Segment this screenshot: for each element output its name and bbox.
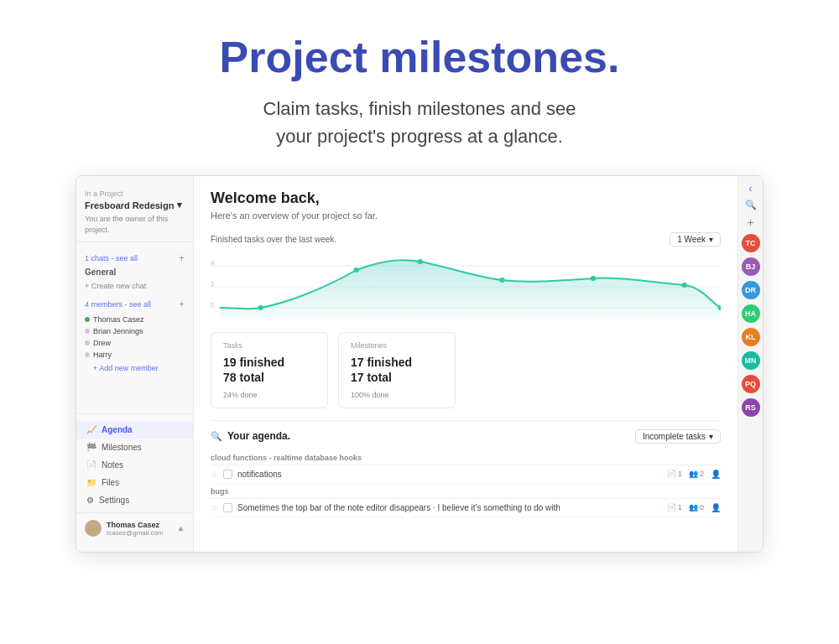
task-members-count: 👥 2: [689, 470, 704, 478]
avatar[interactable]: TC: [742, 234, 760, 252]
nav-item-notes[interactable]: 📄 Notes: [76, 456, 193, 474]
person-icon: 👤: [711, 470, 721, 479]
stat-progress-milestones: 100% done: [351, 391, 443, 399]
agenda-header: 🔍 Your agenda. Incomplete tasks ▾: [211, 429, 721, 444]
sidebar-user-info: Thomas Casez tcasez@gmail.com: [107, 521, 172, 537]
task-files-count: 📄 1: [667, 470, 682, 478]
member-status-dot: [85, 329, 90, 334]
agenda-icon: 📈: [86, 425, 96, 434]
person-icon: 👤: [711, 503, 721, 512]
add-member-icon[interactable]: +: [179, 299, 185, 310]
svg-point-10: [591, 276, 597, 281]
avatar: [85, 520, 102, 537]
chevron-up-icon: ▲: [177, 524, 185, 532]
main-inner: Welcome back, Here's an overview of your…: [194, 176, 737, 552]
svg-text:4: 4: [211, 259, 214, 267]
agenda-task-row: ☆ notifications 📄 1 👥 2: [211, 465, 721, 484]
general-channel[interactable]: General: [85, 267, 185, 277]
task-checkbox[interactable]: [223, 503, 232, 512]
member-item: Drew: [85, 337, 185, 349]
task-checkbox[interactable]: [223, 470, 232, 479]
sidebar-members-section: 4 members - see all + Thomas Casez Brian…: [76, 295, 193, 377]
agenda-title: Your agenda.: [227, 430, 290, 442]
stat-label-milestones: Milestones: [351, 341, 443, 350]
add-icon[interactable]: +: [747, 216, 753, 229]
star-icon[interactable]: ☆: [211, 470, 218, 479]
nav-item-milestones[interactable]: 🏁 Milestones: [76, 439, 193, 456]
avatar[interactable]: PQ: [742, 375, 760, 393]
sidebar-owner-text: You are the owner of this project.: [85, 214, 185, 235]
member-item: Brian Jennings: [85, 325, 185, 337]
nav-item-agenda[interactable]: 📈 Agenda: [76, 421, 193, 439]
members-link[interactable]: 4 members - see all: [85, 300, 151, 309]
avatar[interactable]: KL: [742, 328, 760, 346]
agenda-filter-dropdown[interactable]: Incomplete tasks ▾: [635, 429, 721, 444]
hero-title: Project milestones.: [17, 34, 822, 81]
agenda-group-label: bugs: [211, 484, 721, 499]
agenda-section: 🔍 Your agenda. Incomplete tasks ▾ cloud …: [211, 420, 721, 517]
sidebar: In a Project Fresboard Redesign ▾ You ar…: [76, 176, 194, 552]
sidebar-chats-header: 1 chats - see all +: [85, 252, 185, 264]
chevron-down-icon: ▾: [709, 432, 713, 441]
sidebar-user-name: Thomas Casez: [107, 521, 172, 529]
svg-point-9: [499, 278, 505, 283]
task-name: notifications: [237, 470, 662, 479]
stat-numbers-milestones: 17 finished 17 total: [351, 355, 443, 385]
chevron-left-icon[interactable]: ‹: [749, 183, 753, 195]
app-window-wrapper: In a Project Fresboard Redesign ▾ You ar…: [0, 175, 839, 553]
star-icon[interactable]: ☆: [211, 503, 218, 512]
hero-section: Project milestones. Claim tasks, finish …: [0, 0, 839, 175]
chevron-down-icon: ▾: [709, 235, 713, 244]
chart-section: Finished tasks over the last week. 1 Wee…: [211, 232, 721, 320]
task-meta: 📄 1 👥 2 👤: [667, 470, 721, 479]
line-chart: 4 2 0: [211, 253, 721, 320]
avatar[interactable]: HA: [742, 304, 760, 323]
member-status-dot: [85, 340, 90, 345]
stats-row: Tasks 19 finished 78 total 24% done Mile…: [211, 332, 721, 408]
members-icon: 👥: [689, 503, 698, 512]
search-icon[interactable]: 🔍: [745, 200, 757, 210]
main-content: Welcome back, Here's an overview of your…: [194, 176, 737, 552]
nav-item-files[interactable]: 📁 Files: [76, 474, 193, 491]
task-members-count: 👥 0: [689, 503, 704, 512]
avatar[interactable]: MN: [742, 351, 760, 370]
chart-container: 4 2 0: [211, 253, 721, 320]
nav-items: 📈 Agenda 🏁 Milestones 📄 Notes 📁 Files ⚙: [76, 413, 193, 509]
sidebar-user: Thomas Casez tcasez@gmail.com ▲: [76, 512, 193, 543]
sidebar-user-email: tcasez@gmail.com: [107, 529, 172, 537]
svg-point-8: [417, 259, 423, 264]
member-status-dot: [85, 352, 90, 357]
chart-header: Finished tasks over the last week. 1 Wee…: [211, 232, 721, 247]
task-meta: 📄 1 👥 0 👤: [667, 503, 721, 512]
add-member-link[interactable]: + Add new member: [93, 362, 185, 374]
agenda-task-row: ☆ Sometimes the top bar of the note edit…: [211, 499, 721, 517]
add-chat-icon[interactable]: +: [179, 252, 185, 264]
create-chat-link[interactable]: + Create new chat: [85, 280, 185, 292]
sidebar-chats-section: 1 chats - see all + General + Create new…: [76, 249, 193, 295]
avatar[interactable]: BJ: [742, 257, 760, 276]
files-icon: 📁: [86, 478, 96, 487]
svg-point-7: [353, 267, 359, 273]
nav-item-settings[interactable]: ⚙ Settings: [76, 491, 193, 509]
task-files-count: 📄 1: [667, 503, 682, 512]
member-item: Harry: [85, 349, 185, 361]
settings-icon: ⚙: [86, 496, 94, 505]
chart-filter-dropdown[interactable]: 1 Week ▾: [670, 232, 721, 247]
svg-point-11: [681, 283, 687, 288]
stat-progress-tasks: 24% done: [223, 391, 315, 399]
avatar[interactable]: RS: [742, 398, 760, 417]
member-status-dot: [85, 317, 90, 322]
sidebar-members-header: 4 members - see all +: [85, 299, 185, 310]
agenda-group-label: cloud functions - realtime database hook…: [211, 450, 721, 465]
member-item: Thomas Casez: [85, 314, 185, 325]
sidebar-project-name: Fresboard Redesign ▾: [85, 200, 185, 210]
right-panel: ‹ 🔍 + TC BJ DR HA KL MN PQ RS: [737, 176, 763, 552]
sidebar-project-label: In a Project: [85, 190, 185, 198]
app-window: In a Project Fresboard Redesign ▾ You ar…: [76, 175, 763, 553]
svg-text:0: 0: [211, 301, 214, 309]
avatar[interactable]: DR: [742, 281, 760, 299]
chats-link[interactable]: 1 chats - see all: [85, 254, 138, 262]
stat-label-tasks: Tasks: [223, 341, 315, 350]
task-name: Sometimes the top bar of the note editor…: [237, 503, 662, 512]
stat-numbers-tasks: 19 finished 78 total: [223, 355, 315, 385]
